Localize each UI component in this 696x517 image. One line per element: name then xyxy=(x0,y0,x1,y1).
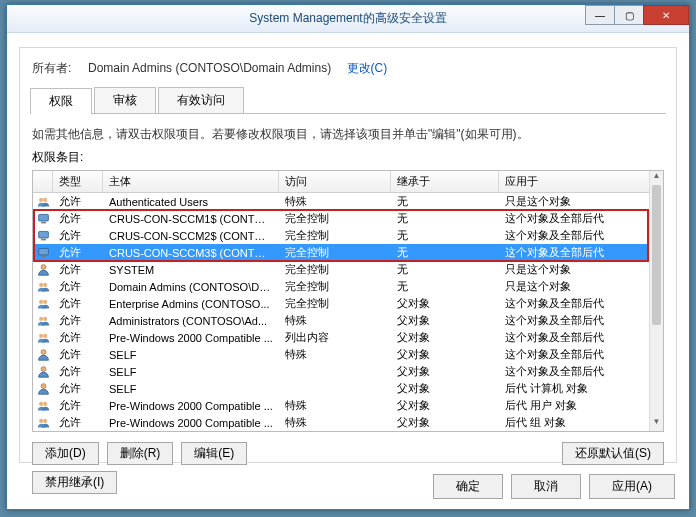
apply-button[interactable]: 应用(A) xyxy=(589,474,675,499)
computer-icon xyxy=(33,212,53,225)
group-icon xyxy=(33,399,53,412)
hint-text: 如需其他信息，请双击权限项目。若要修改权限项目，请选择该项目并单击"编辑"(如果… xyxy=(20,114,676,149)
grid-body[interactable]: ▲ ▼ 允许Authenticated Users特殊无只是这个对象允许CRUS… xyxy=(33,193,663,431)
table-row[interactable]: 允许CRUS-CON-SCCM2$ (CONTOS...完全控制无这个对象及全部… xyxy=(33,227,663,244)
cancel-button[interactable]: 取消 xyxy=(511,474,581,499)
svg-point-11 xyxy=(39,300,43,304)
cell-apply: 这个对象及全部后代 xyxy=(499,211,663,226)
tab-permissions[interactable]: 权限 xyxy=(30,88,92,114)
remove-button[interactable]: 删除(R) xyxy=(107,442,174,465)
cell-access: 完全控制 xyxy=(279,262,391,277)
svg-rect-7 xyxy=(41,256,46,258)
table-row[interactable]: 允许Administrators (CONTOSO\Ad...特殊父对象这个对象… xyxy=(33,312,663,329)
cell-inherit: 父对象 xyxy=(391,296,499,311)
cell-apply: 这个对象及全部后代 xyxy=(499,296,663,311)
group-icon xyxy=(33,416,53,429)
tab-effective-access[interactable]: 有效访问 xyxy=(158,87,244,113)
scroll-thumb[interactable] xyxy=(652,193,661,325)
user-icon xyxy=(33,365,53,378)
cell-principal: SYSTEM xyxy=(103,264,279,276)
table-row[interactable]: 允许SELF父对象这个对象及全部后代 xyxy=(33,363,663,380)
svg-point-16 xyxy=(43,334,47,338)
cell-inherit: 无 xyxy=(391,262,499,277)
cell-inherit: 父对象 xyxy=(391,364,499,379)
dialog-footer: 确定 取消 应用(A) xyxy=(433,474,675,499)
cell-type: 允许 xyxy=(53,245,103,260)
cell-access: 完全控制 xyxy=(279,211,391,226)
cell-access: 特殊 xyxy=(279,194,391,209)
grid-header[interactable]: 类型 主体 访问 继承于 应用于 xyxy=(33,171,663,193)
user-icon xyxy=(33,348,53,361)
close-button[interactable]: ✕ xyxy=(643,5,689,25)
table-row[interactable]: 允许SELF特殊父对象这个对象及全部后代 xyxy=(33,346,663,363)
svg-point-1 xyxy=(43,198,47,202)
cell-apply: 只是这个对象 xyxy=(499,279,663,294)
cell-inherit: 无 xyxy=(391,245,499,260)
scroll-down-icon[interactable]: ▼ xyxy=(650,417,663,431)
advanced-security-dialog: System Management的高级安全设置 — ▢ ✕ 所有者: Doma… xyxy=(6,4,690,510)
owner-row: 所有者: Domain Admins (CONTOSO\Domain Admin… xyxy=(20,48,676,87)
cell-principal: Pre-Windows 2000 Compatible ... xyxy=(103,400,279,412)
cell-type: 允许 xyxy=(53,296,103,311)
col-type[interactable]: 类型 xyxy=(53,171,103,192)
table-row[interactable]: 允许Enterprise Admins (CONTOSO...完全控制父对象这个… xyxy=(33,295,663,312)
col-principal[interactable]: 主体 xyxy=(103,171,279,192)
cell-apply: 后代 用户 对象 xyxy=(499,398,663,413)
table-row[interactable]: 允许SYSTEM完全控制无只是这个对象 xyxy=(33,261,663,278)
table-row[interactable]: 允许SELF父对象后代 计算机 对象 xyxy=(33,380,663,397)
computer-icon xyxy=(33,229,53,242)
group-icon xyxy=(33,297,53,310)
group-icon xyxy=(33,195,53,208)
cell-type: 允许 xyxy=(53,330,103,345)
cell-type: 允许 xyxy=(53,313,103,328)
col-inherit[interactable]: 继承于 xyxy=(391,171,499,192)
cell-type: 允许 xyxy=(53,211,103,226)
disable-inheritance-button[interactable]: 禁用继承(I) xyxy=(32,471,117,494)
cell-access: 完全控制 xyxy=(279,245,391,260)
svg-point-22 xyxy=(39,419,43,423)
svg-point-17 xyxy=(41,350,46,355)
scrollbar[interactable]: ▲ ▼ xyxy=(649,193,663,431)
col-access[interactable]: 访问 xyxy=(279,171,391,192)
cell-apply: 这个对象及全部后代 xyxy=(499,347,663,362)
svg-point-0 xyxy=(39,198,43,202)
cell-access: 特殊 xyxy=(279,347,391,362)
svg-point-19 xyxy=(41,384,46,389)
cell-inherit: 父对象 xyxy=(391,381,499,396)
col-apply[interactable]: 应用于 xyxy=(499,171,663,192)
table-row[interactable]: 允许Pre-Windows 2000 Compatible ...列出内容父对象… xyxy=(33,329,663,346)
titlebar[interactable]: System Management的高级安全设置 — ▢ ✕ xyxy=(7,5,689,33)
cell-inherit: 无 xyxy=(391,194,499,209)
group-icon xyxy=(33,314,53,327)
change-owner-link[interactable]: 更改(C) xyxy=(347,61,388,75)
user-icon xyxy=(33,382,53,395)
cell-access: 特殊 xyxy=(279,415,391,430)
svg-point-21 xyxy=(43,402,47,406)
content-pane: 所有者: Domain Admins (CONTOSO\Domain Admin… xyxy=(19,47,677,463)
cell-type: 允许 xyxy=(53,415,103,430)
ok-button[interactable]: 确定 xyxy=(433,474,503,499)
svg-point-20 xyxy=(39,402,43,406)
svg-point-12 xyxy=(43,300,47,304)
cell-apply: 这个对象及全部后代 xyxy=(499,364,663,379)
restore-defaults-button[interactable]: 还原默认值(S) xyxy=(562,442,664,465)
table-row[interactable]: 允许CRUS-CON-SCCM3$ (CONTOS...完全控制无这个对象及全部… xyxy=(33,244,663,261)
table-row[interactable]: 允许Authenticated Users特殊无只是这个对象 xyxy=(33,193,663,210)
table-row[interactable]: 允许Domain Admins (CONTOSO\Do...完全控制无只是这个对… xyxy=(33,278,663,295)
cell-principal: CRUS-CON-SCCM3$ (CONTOS... xyxy=(103,247,279,259)
edit-button[interactable]: 编辑(E) xyxy=(181,442,247,465)
svg-rect-3 xyxy=(41,222,46,224)
table-row[interactable]: 允许Pre-Windows 2000 Compatible ...特殊父对象后代… xyxy=(33,414,663,431)
tab-auditing[interactable]: 审核 xyxy=(94,87,156,113)
table-row[interactable]: 允许CRUS-CON-SCCM1$ (CONTOS...完全控制无这个对象及全部… xyxy=(33,210,663,227)
cell-inherit: 无 xyxy=(391,211,499,226)
maximize-button[interactable]: ▢ xyxy=(614,5,644,25)
table-row[interactable]: 允许Pre-Windows 2000 Compatible ...特殊父对象后代… xyxy=(33,397,663,414)
cell-access: 列出内容 xyxy=(279,330,391,345)
cell-principal: SELF xyxy=(103,383,279,395)
cell-type: 允许 xyxy=(53,279,103,294)
add-button[interactable]: 添加(D) xyxy=(32,442,99,465)
svg-point-18 xyxy=(41,367,46,372)
minimize-button[interactable]: — xyxy=(585,5,615,25)
cell-type: 允许 xyxy=(53,194,103,209)
